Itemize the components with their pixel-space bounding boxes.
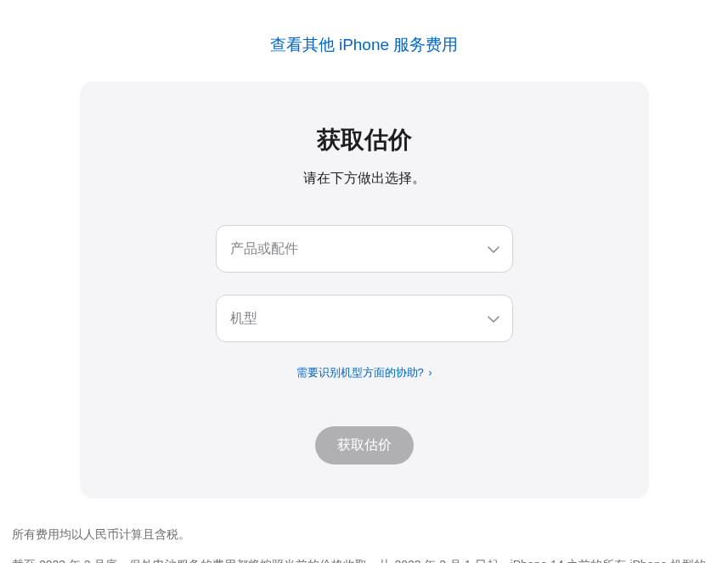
other-iphone-service-link[interactable]: 查看其他 iPhone 服务费用 [270,36,459,53]
get-estimate-button[interactable]: 获取估价 [315,426,414,464]
model-select[interactable]: 机型 [216,295,513,342]
card-subtitle: 请在下方做出选择。 [114,170,615,188]
footer-line-1: 所有费用均以人民币计算且含税。 [12,521,716,548]
estimate-card: 获取估价 请在下方做出选择。 产品或配件 机型 需要识别机型方面的协助? › [80,82,649,498]
product-select[interactable]: 产品或配件 [216,225,513,273]
footer-line-2-part1: 截至 2023 年 2 月底，保外电池服务的费用都将按照当前的价格收取。从 20… [12,558,706,563]
help-link-text: 需要识别机型方面的协助? [296,366,427,379]
identify-model-help-link[interactable]: 需要识别机型方面的协助? › [296,366,432,379]
card-title: 获取估价 [114,124,615,156]
footer-line-2: 截至 2023 年 2 月底，保外电池服务的费用都将按照当前的价格收取。从 20… [12,551,716,563]
top-link-wrapper: 查看其他 iPhone 服务费用 [0,0,728,82]
help-link-wrapper: 需要识别机型方面的协助? › [114,364,615,380]
chevron-right-icon: › [428,367,432,379]
footer-text: 所有费用均以人民币计算且含税。 截至 2023 年 2 月底，保外电池服务的费用… [0,498,728,563]
model-select-wrapper: 机型 [216,295,513,342]
product-select-wrapper: 产品或配件 [216,225,513,273]
